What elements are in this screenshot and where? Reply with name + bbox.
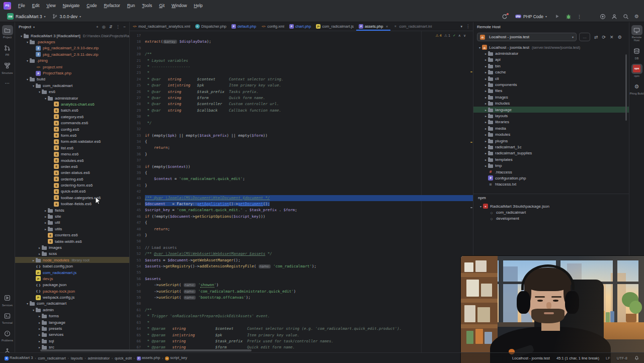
- project-tree-row[interactable]: ▾build: [15, 76, 129, 82]
- new-item-icon[interactable]: +: [96, 25, 99, 29]
- tab-options-icon[interactable]: ⋮: [466, 24, 470, 29]
- remote-tree-row[interactable]: ▸bin: [473, 63, 629, 69]
- remote-tree-row[interactable]: ▸language: [473, 107, 629, 113]
- warning-mark[interactable]: [470, 71, 472, 72]
- code-line[interactable]: 52/** @var \Joomla\CMS\WebAsset\WebAsset…: [130, 251, 473, 257]
- tab-mod_radicalmart_analytics.xml[interactable]: </>mod_radicalmart_analytics.xml: [130, 22, 193, 31]
- hidden-tabs-icon[interactable]: ▾: [460, 25, 462, 29]
- project-tree-row[interactable]: 6category.es6: [15, 114, 129, 120]
- browse-connections-button[interactable]: …: [579, 33, 590, 41]
- project-tree-row[interactable]: { }package.json: [15, 282, 129, 288]
- next-problem-icon[interactable]: ∨: [463, 33, 466, 39]
- code-line[interactable]: 60: [130, 301, 473, 307]
- stripe-item-problems[interactable]: Problems: [2, 328, 13, 342]
- settings-gear-icon[interactable]: ⚙: [634, 14, 639, 19]
- code-line[interactable]: 19: [130, 45, 473, 51]
- project-tree-row[interactable]: ▾admin: [15, 307, 129, 313]
- project-tree-row[interactable]: { }package-lock.json: [15, 288, 129, 294]
- code-line[interactable]: 43/** @var \Joomla\CMS\Document\HtmlDocu…: [130, 195, 473, 201]
- stripe-item-structure[interactable]: Structure: [2, 61, 13, 74]
- prev-problem-icon[interactable]: ∧: [458, 33, 461, 39]
- code-line[interactable]: 59 ->useScript( name: 'bootstrap.offcanv…: [130, 295, 473, 301]
- code-line[interactable]: 27 * @var string $form Quick form name.: [130, 95, 473, 101]
- remote-tree-row[interactable]: ▸media: [473, 125, 629, 131]
- remote-tree-row[interactable]: ▸radicalmart_supplies: [473, 150, 629, 156]
- project-tree-row[interactable]: 6toolbar-fields.es6: [15, 201, 129, 207]
- info-mark[interactable]: [470, 207, 472, 208]
- breadcrumb-item[interactable]: v script_key: [165, 355, 187, 360]
- code-line[interactable]: 30 *: [130, 114, 473, 120]
- npm-tree-row[interactable]: ▾nRadicalMart 3\build\package.json: [473, 203, 629, 209]
- expand-collapse-icon[interactable]: ⇵: [109, 25, 113, 29]
- code-line[interactable]: 26 * @var string $task_prefix Tasks pref…: [130, 89, 473, 95]
- code-line[interactable]: 41}: [130, 183, 473, 189]
- remote-settings-gear-icon[interactable]: ⚙: [618, 35, 622, 40]
- code-line[interactable]: 56$assets: [130, 276, 473, 282]
- remote-tree-row[interactable]: ▸images: [473, 94, 629, 100]
- code-line[interactable]: 24 * @var string $context Context select…: [130, 76, 473, 82]
- remote-tree-row[interactable]: ▸modules: [473, 131, 629, 137]
- remote-tree-row[interactable]: ▸cache: [473, 69, 629, 75]
- remote-tree-row[interactable]: ▸libraries: [473, 119, 629, 125]
- project-tree-row[interactable]: Zpkg_radicalmart_2.9.11-dev.zip: [15, 51, 129, 57]
- project-tree-row[interactable]: 6menu.es6: [15, 151, 129, 157]
- project-tree-row[interactable]: 6ordering.es6: [15, 176, 129, 182]
- stripe-item-remote-host[interactable]: Remote Host: [630, 25, 644, 42]
- code-line[interactable]: 40 $context = 'com_radicalmart.quick_edi…: [130, 176, 473, 182]
- code-line[interactable]: 57 ->useScript( name: 'showon'): [130, 282, 473, 288]
- remote-tree-row[interactable]: ▸files: [473, 88, 629, 94]
- project-tree-row[interactable]: ▾.phing: [15, 58, 129, 64]
- tab-com_radicalmart.js[interactable]: JScom_radicalmart.js: [313, 22, 356, 31]
- code-line[interactable]: 17: [130, 33, 473, 39]
- remote-tree-row[interactable]: ▸plugins: [473, 138, 629, 144]
- caret-position[interactable]: 45:1 (1 char, 1 line break): [556, 356, 599, 360]
- project-tree-row[interactable]: JSdev.js: [15, 276, 129, 282]
- project-tree-row[interactable]: 6list.es6: [15, 145, 129, 151]
- horizontal-scrollbar-thumb[interactable]: [40, 349, 252, 351]
- hide-panel-icon[interactable]: −: [123, 25, 126, 29]
- menu-help[interactable]: Help: [190, 2, 206, 9]
- stripe-item-pr[interactable]: PR: [2, 43, 13, 56]
- stripe-item-terminal[interactable]: Terminal: [2, 311, 13, 324]
- branch-widget[interactable]: 3.0.0-dev ▾: [50, 13, 83, 20]
- project-tree-row[interactable]: 6table-width.es6: [15, 238, 129, 244]
- code-line[interactable]: 22 * -----------------: [130, 64, 473, 70]
- warning-mark[interactable]: [470, 142, 472, 143]
- project-tree-row[interactable]: ▾com_radicalmart: [15, 82, 129, 88]
- code-line[interactable]: 20/**: [130, 51, 473, 57]
- code-line[interactable]: 62 * Trigger 'onRadicalmartPrepareQuickE…: [130, 313, 473, 319]
- stripe-item-phing-build[interactable]: ⚙Phing Build: [630, 81, 644, 95]
- tab-assets.php[interactable]: Passets.php✕: [356, 22, 390, 31]
- phpstorm-logo-icon[interactable]: PS: [4, 2, 11, 10]
- remote-tree-row[interactable]: #.htaccess: [473, 169, 629, 175]
- stripe-item-npm[interactable]: npmnpm: [631, 64, 642, 77]
- tab-com_radicalmart.ini[interactable]: ≡com_radicalmart.ini: [390, 22, 434, 31]
- code-line[interactable]: 29 * @var string $callback Callback func…: [130, 108, 473, 114]
- run-config-selector[interactable]: php PHP Code ▾: [513, 14, 549, 20]
- project-tree-row[interactable]: 6batch.es6: [15, 108, 129, 114]
- search-everywhere-icon[interactable]: [623, 14, 629, 20]
- code-line[interactable]: 44$document = Factory::getApplication()-…: [130, 201, 473, 207]
- project-tree-row[interactable]: ▸scss: [15, 251, 129, 257]
- project-panel-title[interactable]: Project: [19, 25, 31, 29]
- tab-Dispatcher.php[interactable]: CDispatcher.php: [193, 22, 229, 31]
- more-actions-icon[interactable]: ⋮: [577, 14, 582, 19]
- stripe-item-db[interactable]: DB: [631, 46, 642, 60]
- code-line[interactable]: 61/**: [130, 307, 473, 313]
- stripe-item-more[interactable]: ⋯: [2, 78, 13, 88]
- disconnect-icon[interactable]: ✕: [610, 35, 614, 40]
- code-line[interactable]: 32: [130, 126, 473, 132]
- project-tree-row[interactable]: ▸sql: [15, 338, 129, 344]
- project-tree-row[interactable]: </>project.xml: [15, 64, 129, 70]
- project-tree-row[interactable]: ▸site: [15, 213, 129, 219]
- project-tree-row[interactable]: ▸services: [15, 332, 129, 338]
- breadcrumb-item[interactable]: com_radicalmart: [38, 356, 65, 360]
- project-tree-row[interactable]: 6modules.es6: [15, 157, 129, 163]
- project-tree-row[interactable]: ▾RadicalMart 3 [RadicalMart]D:\Yandex.Di…: [15, 33, 129, 39]
- project-tree-row[interactable]: PProjectTask.php: [15, 70, 129, 76]
- project-tree-row[interactable]: ▸images: [15, 244, 129, 250]
- refresh-icon[interactable]: ⟳: [602, 35, 606, 40]
- code-line[interactable]: 50: [130, 238, 473, 244]
- remote-tree-row[interactable]: ▸layouts: [473, 113, 629, 119]
- project-tree-row[interactable]: 6config.es6: [15, 126, 129, 132]
